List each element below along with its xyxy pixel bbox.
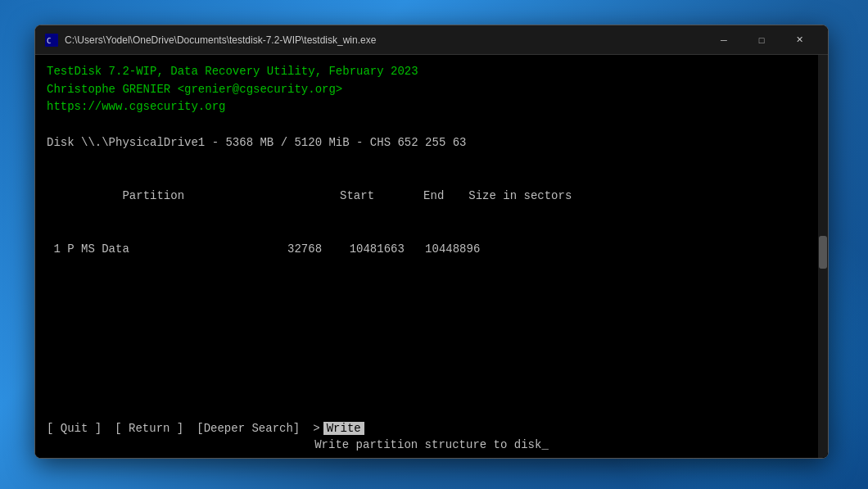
status-message: Write partition structure to disk — [314, 438, 541, 451]
terminal-content: TestDisk 7.2-WIP, Data Recovery Utility,… — [35, 55, 828, 458]
partition-row-1: 1 P MS Data 32768 10481663 10448896 — [47, 241, 816, 259]
title-bar: C C:\Users\Yodel\OneDrive\Documents\test… — [35, 25, 828, 55]
minimize-button[interactable]: ─ — [705, 28, 743, 52]
column-headers: PartitionStartEndSize in sectors — [47, 170, 816, 223]
scrollbar[interactable] — [818, 55, 828, 458]
cursor-blink: _ — [541, 438, 548, 451]
title-bar-text: C:\Users\Yodel\OneDrive\Documents\testdi… — [65, 34, 705, 46]
svg-text:C: C — [47, 37, 51, 45]
col-partition: Partition — [88, 189, 184, 202]
header-line1: TestDisk 7.2-WIP, Data Recovery Utility,… — [47, 63, 816, 81]
return-action[interactable]: [ Return ] — [115, 422, 183, 435]
write-action[interactable]: Write — [323, 422, 364, 435]
title-bar-controls: ─ □ ✕ — [705, 28, 818, 52]
bottom-action-area: [ Quit ] [ Return ] [Deeper Search] > Wr… — [35, 415, 828, 458]
window-icon: C — [45, 34, 58, 47]
close-button[interactable]: ✕ — [780, 28, 818, 52]
header-line3: https://www.cgsecurity.org — [47, 98, 816, 116]
deeper-search-action[interactable]: [Deeper Search] — [197, 422, 300, 435]
maximize-button[interactable]: □ — [743, 28, 780, 52]
action-bar: [ Quit ] [ Return ] [Deeper Search] > Wr… — [47, 422, 816, 435]
col-start: Start — [340, 189, 374, 202]
col-end: End — [423, 189, 444, 202]
blank-line1 — [47, 116, 816, 134]
status-text: Write partition structure to disk_ — [47, 438, 816, 451]
terminal-window: C C:\Users\Yodel\OneDrive\Documents\test… — [34, 25, 829, 459]
disk-info: Disk \\.\PhysicalDrive1 - 5368 MB / 5120… — [47, 134, 816, 152]
blank-line3 — [47, 223, 816, 241]
scrollbar-thumb[interactable] — [819, 236, 827, 269]
quit-action[interactable]: [ Quit ] — [47, 422, 102, 435]
blank-line2 — [47, 152, 816, 170]
write-arrow: > — [313, 422, 319, 435]
header-line2: Christophe GRENIER <grenier@cgsecurity.o… — [47, 81, 816, 99]
col-size: Size in sectors — [468, 189, 572, 202]
